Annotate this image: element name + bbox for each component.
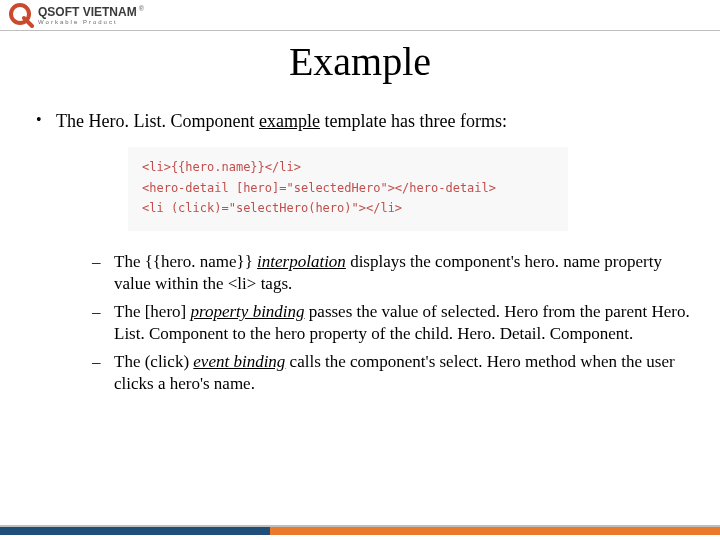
footer-accent-blue — [0, 527, 270, 535]
property-binding-link[interactable]: property binding — [190, 302, 304, 321]
sub-bullet-interpolation: The {{hero. name}} interpolation display… — [92, 251, 692, 295]
slide: QSOFT VIETNAM® Workable Product Example … — [0, 0, 720, 540]
slide-body: The Hero. List. Component example templa… — [32, 110, 692, 405]
code-block: <li>{{hero.name}}</li> <hero-detail [her… — [128, 147, 568, 230]
logo-title: QSOFT VIETNAM® — [38, 5, 144, 18]
text: The (click) — [114, 352, 193, 371]
sub-bullet-event-binding: The (click) event binding calls the comp… — [92, 351, 692, 395]
event-binding-link[interactable]: event binding — [193, 352, 285, 371]
text: The Hero. List. Component — [56, 111, 259, 131]
text: The [hero] — [114, 302, 190, 321]
brand-logo: QSOFT VIETNAM® Workable Product — [8, 2, 144, 28]
sub-bullet-property-binding: The [hero] property binding passes the v… — [92, 301, 692, 345]
text: The {{hero. name}} — [114, 252, 257, 271]
header-divider — [0, 30, 720, 31]
interpolation-link[interactable]: interpolation — [257, 252, 346, 271]
example-link[interactable]: example — [259, 111, 320, 131]
logo-mark-icon — [8, 2, 34, 28]
bullet-main: The Hero. List. Component example templa… — [32, 110, 692, 395]
footer-accent-orange — [252, 527, 720, 535]
text: template has three forms: — [320, 111, 507, 131]
slide-title: Example — [0, 38, 720, 85]
logo-tagline: Workable Product — [38, 19, 144, 25]
